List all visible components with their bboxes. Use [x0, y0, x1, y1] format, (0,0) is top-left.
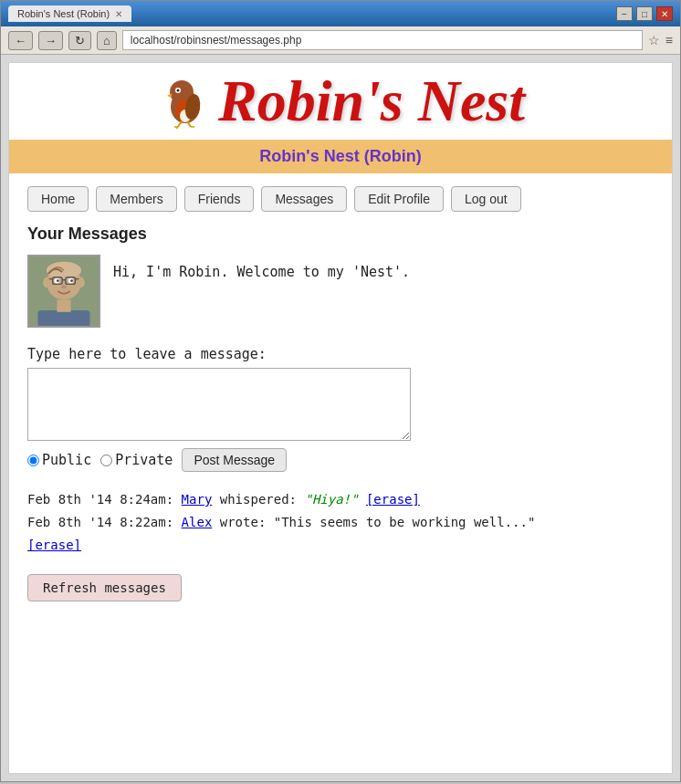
- public-label: Public: [42, 452, 91, 468]
- message-text-2: "This seems to be working well...": [274, 515, 536, 529]
- message-user-alex[interactable]: Alex: [182, 515, 213, 529]
- message-entry-2: Feb 8th '14 8:22am: Alex wrote: "This se…: [27, 511, 654, 534]
- robin-bird-icon: [156, 74, 211, 129]
- window-controls: − □ ✕: [616, 6, 673, 21]
- minimize-button[interactable]: −: [616, 6, 633, 21]
- message-verb-2: wrote:: [220, 515, 274, 529]
- svg-point-18: [57, 279, 59, 282]
- menu-icon[interactable]: ≡: [665, 33, 673, 47]
- site-header: Robin's Nest: [9, 63, 672, 140]
- svg-point-19: [70, 279, 73, 282]
- public-radio-label[interactable]: Public: [27, 452, 91, 468]
- nav-edit-profile[interactable]: Edit Profile: [354, 186, 444, 212]
- nav-friends[interactable]: Friends: [184, 186, 255, 212]
- refresh-messages-button[interactable]: Refresh messages: [27, 574, 182, 601]
- page-wrapper: Robin's Nest Robin's Nest (Robin) Home M…: [1, 55, 680, 781]
- maximize-button[interactable]: □: [636, 6, 653, 21]
- subtitle-text: Robin's Nest (Robin): [259, 147, 421, 165]
- messages-title: Your Messages: [27, 225, 654, 244]
- nav-bar: Home Members Friends Messages Edit Profi…: [9, 173, 672, 225]
- profile-message: Hi, I'm Robin. Welcome to my 'Nest'.: [27, 255, 654, 328]
- message-input-label: Type here to leave a message:: [27, 346, 654, 362]
- main-content: Your Messages: [9, 225, 672, 620]
- address-bar[interactable]: [122, 30, 643, 50]
- back-button[interactable]: ←: [8, 31, 33, 50]
- forward-button[interactable]: →: [38, 31, 63, 50]
- svg-point-26: [43, 277, 50, 287]
- public-radio[interactable]: [27, 455, 39, 466]
- browser-toolbar: ← → ↻ ⌂ ☆ ≡: [1, 26, 680, 55]
- tab-close-icon[interactable]: ✕: [115, 9, 122, 19]
- logo-text: Robin's Nest: [218, 72, 525, 131]
- profile-welcome-text: Hi, I'm Robin. Welcome to my 'Nest'.: [113, 255, 410, 280]
- tab-title: Robin's Nest (Robin): [17, 8, 110, 19]
- message-text-1: "Hiya!": [304, 492, 358, 507]
- page-content: Robin's Nest Robin's Nest (Robin) Home M…: [8, 62, 673, 774]
- message-erase-2-row: [erase]: [27, 534, 654, 557]
- close-button[interactable]: ✕: [656, 6, 673, 21]
- svg-point-6: [176, 89, 179, 92]
- bookmark-icon[interactable]: ☆: [648, 33, 660, 47]
- profile-avatar-svg: [29, 255, 99, 328]
- title-bar: Robin's Nest (Robin) ✕ − □ ✕: [1, 1, 680, 26]
- private-radio-label[interactable]: Private: [100, 452, 173, 468]
- home-button[interactable]: ⌂: [97, 31, 117, 50]
- browser-tab[interactable]: Robin's Nest (Robin) ✕: [8, 5, 131, 22]
- refresh-browser-button[interactable]: ↻: [68, 31, 91, 50]
- nav-logout[interactable]: Log out: [451, 186, 521, 212]
- svg-marker-7: [167, 93, 172, 98]
- svg-point-27: [78, 277, 85, 287]
- nav-members[interactable]: Members: [96, 186, 176, 212]
- erase-message-2[interactable]: [erase]: [27, 538, 81, 552]
- message-entry-1: Feb 8th '14 8:24am: Mary whispered: "Hiy…: [27, 488, 654, 511]
- messages-list: Feb 8th '14 8:24am: Mary whispered: "Hiy…: [27, 488, 654, 558]
- message-textarea[interactable]: [27, 368, 411, 441]
- message-timestamp-1: Feb 8th '14 8:24am:: [27, 492, 173, 507]
- svg-rect-29: [57, 300, 70, 312]
- title-bar-left: Robin's Nest (Robin) ✕: [8, 5, 131, 22]
- post-controls: Public Private Post Message: [27, 448, 654, 472]
- erase-message-1[interactable]: [erase]: [366, 492, 420, 507]
- svg-line-8: [178, 121, 182, 127]
- post-message-button[interactable]: Post Message: [182, 448, 287, 472]
- message-verb-1: whispered:: [220, 492, 305, 507]
- nav-messages[interactable]: Messages: [261, 186, 347, 212]
- browser-window: Robin's Nest (Robin) ✕ − □ ✕ ← → ↻ ⌂ ☆ ≡: [0, 0, 681, 782]
- nav-home[interactable]: Home: [27, 186, 89, 212]
- svg-point-25: [61, 285, 67, 288]
- subtitle-bar: Robin's Nest (Robin): [9, 140, 672, 173]
- private-radio[interactable]: [100, 455, 112, 466]
- svg-rect-28: [38, 310, 90, 328]
- site-logo: Robin's Nest: [27, 72, 654, 131]
- private-label: Private: [115, 452, 173, 468]
- message-timestamp-2: Feb 8th '14 8:22am:: [27, 515, 173, 529]
- message-user-mary[interactable]: Mary: [182, 492, 213, 507]
- profile-photo: [27, 255, 100, 328]
